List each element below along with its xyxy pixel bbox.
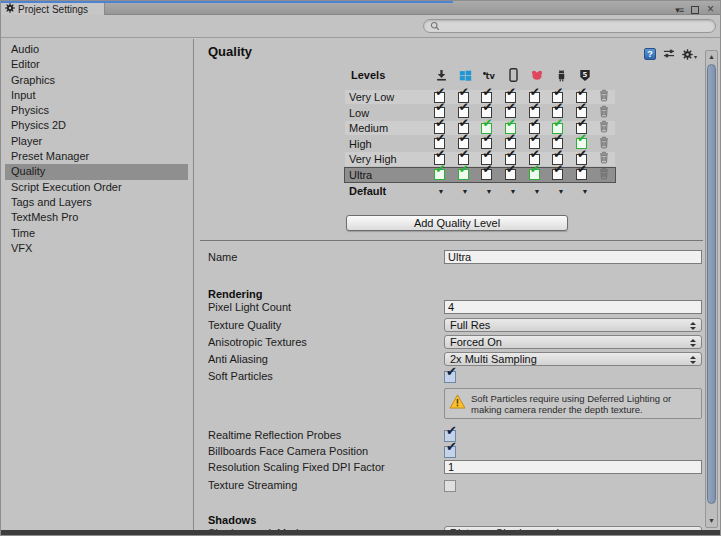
- level-name: High: [345, 138, 428, 150]
- field-label: Pixel Light Count: [208, 301, 291, 313]
- billboards-face-camera-position-checkbox[interactable]: ✔: [444, 446, 456, 458]
- search-box[interactable]: [423, 19, 716, 33]
- sidebar-item-physics[interactable]: Physics: [1, 103, 193, 118]
- section-header-shadows: Shadows: [208, 510, 702, 526]
- dropdown-arrows-icon: [690, 339, 697, 347]
- default-dropdown-webgl[interactable]: ▼: [573, 188, 597, 195]
- levels-header-row: Levels tv5: [345, 66, 615, 84]
- sidebar-item-script-execution-order[interactable]: Script Execution Order: [1, 180, 193, 195]
- window-controls: ▾≡×: [675, 3, 714, 14]
- add-quality-level-button[interactable]: Add Quality Level: [346, 215, 568, 231]
- texture-streaming-checkbox[interactable]: [444, 480, 456, 492]
- form-row-soft-particles: Soft Particles✔: [208, 369, 702, 385]
- name-input[interactable]: Ultra: [444, 250, 702, 264]
- tab-project-settings[interactable]: Project Settings: [1, 3, 105, 15]
- warning-icon: [449, 394, 466, 413]
- sidebar-item-audio[interactable]: Audio: [1, 42, 193, 57]
- default-dropdown-ios[interactable]: ▼: [501, 188, 525, 195]
- maximize-icon[interactable]: [691, 4, 699, 14]
- level-name: Medium: [345, 122, 428, 134]
- quality-level-row-ultra[interactable]: Ultra✔✔✔✔✔✔✔: [345, 168, 615, 182]
- preset-icon[interactable]: [663, 45, 675, 63]
- quality-level-row-medium[interactable]: Medium✔✔✔✔✔✔✔: [345, 121, 615, 135]
- form-row-billboards-face-camera-position: Billboards Face Camera Position✔: [208, 444, 702, 460]
- android-platform-icon: [549, 67, 573, 83]
- tvos-platform-icon: tv: [477, 67, 501, 83]
- focus-accent-line: [1, 1, 453, 3]
- content-area: AudioEditorGraphicsInputPhysicsPhysics 2…: [1, 39, 720, 530]
- anti-aliasing-dropdown[interactable]: 2x Multi Sampling: [444, 352, 702, 366]
- help-icon[interactable]: ?: [644, 48, 656, 60]
- sidebar-item-tags-and-layers[interactable]: Tags and Layers: [1, 195, 193, 210]
- quality-level-rows: Very Low✔✔✔✔✔✔✔Low✔✔✔✔✔✔✔Medium✔✔✔✔✔✔✔Hi…: [345, 90, 615, 182]
- platform-enabled-checkbox[interactable]: ✔: [505, 169, 516, 180]
- sidebar-item-vfx[interactable]: VFX: [1, 241, 193, 256]
- warning-row: Soft Particles require using Deferred Li…: [208, 388, 702, 419]
- default-dropdown-tvos[interactable]: ▼: [477, 188, 501, 195]
- scroll-down-icon[interactable]: ▼: [706, 516, 717, 526]
- gear-icon[interactable]: ▾: [682, 49, 697, 60]
- tab-title: Project Settings: [18, 4, 88, 15]
- sidebar-item-time[interactable]: Time: [1, 226, 193, 241]
- sidebar-item-input[interactable]: Input: [1, 88, 193, 103]
- sidebar-item-graphics[interactable]: Graphics: [1, 73, 193, 88]
- trash-icon[interactable]: [598, 166, 610, 184]
- sidebar-item-player[interactable]: Player: [1, 134, 193, 149]
- anisotropic-textures-dropdown[interactable]: Forced On: [444, 335, 702, 349]
- level-name: Ultra: [345, 169, 428, 181]
- pixel-light-count-input[interactable]: 4: [444, 300, 702, 314]
- form-row-pixel-light-count: Pixel Light Count4: [208, 300, 702, 316]
- webgl-platform-icon: 5: [573, 67, 597, 83]
- project-settings-window: Project Settings ▾≡× AudioEditorGraphics…: [0, 0, 721, 536]
- field-label: Billboards Face Camera Position: [208, 445, 368, 457]
- field-label: Name: [208, 251, 237, 263]
- level-name: Very High: [345, 153, 428, 165]
- default-dropdown-standalone[interactable]: ▼: [429, 188, 453, 195]
- scroll-up-icon[interactable]: ▲: [706, 52, 717, 62]
- window-bottom-edge: [1, 530, 720, 535]
- gear-icon: [5, 3, 15, 15]
- texture-quality-dropdown[interactable]: Full Res: [444, 318, 702, 332]
- vertical-scrollbar[interactable]: ▲ ▼: [705, 50, 718, 528]
- quality-level-row-very-high[interactable]: Very High✔✔✔✔✔✔✔: [345, 152, 615, 166]
- quality-level-row-low[interactable]: Low✔✔✔✔✔✔✔: [345, 106, 615, 120]
- platform-default-checkbox[interactable]: ✔: [434, 169, 445, 180]
- dropdown-arrows-icon: [690, 322, 697, 330]
- sidebar-item-physics-2d[interactable]: Physics 2D: [1, 118, 193, 133]
- resolution-scaling-fixed-dpi-factor-input[interactable]: 1: [444, 460, 702, 474]
- page-title: Quality: [208, 44, 252, 59]
- section-header-rendering: Rendering: [208, 284, 702, 300]
- sidebar-item-preset-manager[interactable]: Preset Manager: [1, 149, 193, 164]
- sidebar-item-quality[interactable]: Quality: [5, 164, 188, 179]
- default-dropdown-stadia[interactable]: ▼: [525, 188, 549, 195]
- field-label: Soft Particles: [208, 370, 273, 382]
- close-icon[interactable]: ×: [707, 3, 714, 14]
- ios-platform-icon: [501, 67, 525, 83]
- search-input[interactable]: [443, 21, 709, 32]
- default-dropdown-windows[interactable]: ▼: [453, 188, 477, 195]
- soft-particles-checkbox[interactable]: ✔: [444, 371, 456, 383]
- toolbar: [1, 15, 720, 38]
- scrollbar-thumb[interactable]: [707, 64, 716, 504]
- platform-default-checkbox[interactable]: ✔: [458, 169, 469, 180]
- sidebar-item-editor[interactable]: Editor: [1, 57, 193, 72]
- svg-text:5: 5: [583, 71, 588, 79]
- window-menu-icon[interactable]: ▾≡: [675, 3, 683, 15]
- field-label: Realtime Reflection Probes: [208, 429, 341, 441]
- platform-enabled-checkbox[interactable]: ✔: [481, 169, 492, 180]
- field-label: Anti Aliasing: [208, 353, 268, 365]
- level-name: Very Low: [345, 91, 428, 103]
- quality-level-row-high[interactable]: High✔✔✔✔✔✔✔: [345, 137, 615, 151]
- form-row-texture-streaming: Texture Streaming: [208, 478, 702, 494]
- sidebar-item-textmesh-pro[interactable]: TextMesh Pro: [1, 210, 193, 225]
- default-dropdown-android[interactable]: ▼: [549, 188, 573, 195]
- field-label: Resolution Scaling Fixed DPI Factor: [208, 461, 385, 473]
- platform-enabled-checkbox[interactable]: ✔: [552, 169, 563, 180]
- field-label: Texture Streaming: [208, 479, 297, 491]
- platform-default-checkbox[interactable]: ✔: [529, 169, 540, 180]
- platform-enabled-checkbox[interactable]: ✔: [576, 169, 587, 180]
- quality-levels-grid: Levels tv5 Very Low✔✔✔✔✔✔✔Low✔✔✔✔✔✔✔Medi…: [345, 66, 615, 183]
- quality-level-row-very-low[interactable]: Very Low✔✔✔✔✔✔✔: [345, 90, 615, 104]
- level-name: Low: [345, 107, 428, 119]
- standalone-platform-icon: [429, 67, 453, 83]
